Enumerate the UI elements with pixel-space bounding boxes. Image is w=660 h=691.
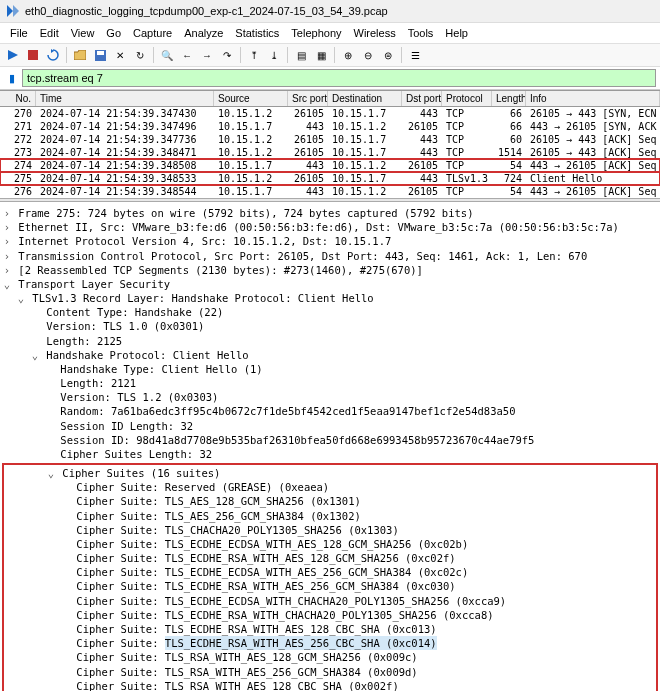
packet-row[interactable]: 2732024-07-14 21:54:39.34847110.15.1.226… — [0, 146, 660, 159]
expand-icon[interactable]: › — [2, 206, 12, 220]
find-icon[interactable]: 🔍 — [158, 46, 176, 64]
save-file-icon[interactable] — [91, 46, 109, 64]
tree-line[interactable]: › [2 Reassembled TCP Segments (2130 byte… — [2, 263, 658, 277]
menu-help[interactable]: Help — [439, 25, 474, 41]
collapse-icon[interactable]: ⌄ — [16, 291, 26, 305]
colorize-icon[interactable]: ▦ — [312, 46, 330, 64]
cipher-suite-line[interactable]: Cipher Suite: TLS_ECDHE_ECDSA_WITH_AES_2… — [4, 565, 656, 579]
packet-cell-src: 10.15.1.7 — [214, 121, 288, 132]
cipher-suite-line[interactable]: Cipher Suite: TLS_ECDHE_RSA_WITH_AES_256… — [4, 579, 656, 593]
menu-wireless[interactable]: Wireless — [348, 25, 402, 41]
cipher-suite-line[interactable]: Cipher Suite: TLS_ECDHE_RSA_WITH_AES_128… — [4, 551, 656, 565]
tree-line[interactable]: ⌄ Cipher Suites (16 suites) — [4, 466, 656, 480]
menu-telephony[interactable]: Telephony — [285, 25, 347, 41]
cipher-suite-line[interactable]: Cipher Suite: TLS_AES_128_GCM_SHA256 (0x… — [4, 494, 656, 508]
packet-cell-sport: 443 — [288, 186, 328, 197]
tree-line[interactable]: Version: TLS 1.2 (0x0303) — [2, 390, 658, 404]
menu-statistics[interactable]: Statistics — [229, 25, 285, 41]
packet-row[interactable]: 2762024-07-14 21:54:39.34854410.15.1.744… — [0, 185, 660, 198]
tree-line[interactable]: Length: 2125 — [2, 334, 658, 348]
jump-icon[interactable]: ↷ — [218, 46, 236, 64]
cipher-suite-line[interactable]: Cipher Suite: TLS_RSA_WITH_AES_128_GCM_S… — [4, 650, 656, 664]
tree-line[interactable]: Random: 7a61ba6edc3ff95c4b0672c7f1de5bf4… — [2, 404, 658, 418]
cipher-text: Cipher Suite: TLS_ECDHE_RSA_WITH_AES_128… — [70, 623, 437, 635]
tree-line[interactable]: › Ethernet II, Src: VMware_b3:fe:d6 (00:… — [2, 220, 658, 234]
zoom-reset-icon[interactable]: ⊜ — [379, 46, 397, 64]
tree-line[interactable]: Content Type: Handshake (22) — [2, 305, 658, 319]
collapse-icon[interactable]: ⌄ — [30, 348, 40, 362]
tree-line[interactable]: › Transmission Control Protocol, Src Por… — [2, 249, 658, 263]
cipher-text: Cipher Suite: TLS_ECDHE_ECDSA_WITH_AES_1… — [70, 538, 468, 550]
tree-line[interactable]: Cipher Suites Length: 32 — [2, 447, 658, 461]
col-header-length[interactable]: Length — [492, 91, 526, 106]
close-file-icon[interactable]: ✕ — [111, 46, 129, 64]
menu-view[interactable]: View — [65, 25, 101, 41]
col-header-info[interactable]: Info — [526, 91, 660, 106]
cipher-suite-line[interactable]: Cipher Suite: TLS_ECDHE_RSA_WITH_AES_256… — [4, 636, 656, 650]
tree-line[interactable]: ⌄ Transport Layer Security — [2, 277, 658, 291]
tree-line[interactable]: Session ID Length: 32 — [2, 419, 658, 433]
expand-icon[interactable]: › — [2, 220, 12, 234]
cipher-suite-line[interactable]: Cipher Suite: Reserved (GREASE) (0xeaea) — [4, 480, 656, 494]
resize-columns-icon[interactable]: ☰ — [406, 46, 424, 64]
title-bar: eth0_diagnostic_logging_tcpdump00_exp-c1… — [0, 0, 660, 23]
packet-details[interactable]: › Frame 275: 724 bytes on wire (5792 bit… — [0, 202, 660, 691]
filter-bookmark-icon[interactable]: ▮ — [4, 70, 20, 86]
cipher-suite-line[interactable]: Cipher Suite: TLS_ECDHE_ECDSA_WITH_AES_1… — [4, 537, 656, 551]
col-header-protocol[interactable]: Protocol — [442, 91, 492, 106]
tree-line[interactable]: › Frame 275: 724 bytes on wire (5792 bit… — [2, 206, 658, 220]
menu-analyze[interactable]: Analyze — [178, 25, 229, 41]
menu-capture[interactable]: Capture — [127, 25, 178, 41]
collapse-icon[interactable]: ⌄ — [46, 466, 56, 480]
cipher-suite-line[interactable]: Cipher Suite: TLS_ECDHE_RSA_WITH_CHACHA2… — [4, 608, 656, 622]
cipher-suite-line[interactable]: Cipher Suite: TLS_ECDHE_RSA_WITH_AES_128… — [4, 622, 656, 636]
menu-go[interactable]: Go — [100, 25, 127, 41]
col-header-no[interactable]: No. — [0, 91, 36, 106]
collapse-icon[interactable]: ⌄ — [2, 277, 12, 291]
open-file-icon[interactable] — [71, 46, 89, 64]
expand-icon[interactable]: › — [2, 249, 12, 263]
menu-tools[interactable]: Tools — [402, 25, 440, 41]
col-header-srcport[interactable]: Src port — [288, 91, 328, 106]
menu-edit[interactable]: Edit — [34, 25, 65, 41]
tree-line[interactable]: ⌄ Handshake Protocol: Client Hello — [2, 348, 658, 362]
expand-icon[interactable]: › — [2, 234, 12, 248]
packet-cell-info: 26105 → 443 [ACK] Seq — [526, 134, 660, 145]
tree-line[interactable]: Session ID: 98d41a8d7708e9b535baf26310bf… — [2, 433, 658, 447]
zoom-in-icon[interactable]: ⊕ — [339, 46, 357, 64]
start-capture-icon[interactable] — [4, 46, 22, 64]
col-header-dstport[interactable]: Dst port — [402, 91, 442, 106]
first-packet-icon[interactable]: ⤒ — [245, 46, 263, 64]
col-header-source[interactable]: Source — [214, 91, 288, 106]
expand-icon[interactable]: › — [2, 263, 12, 277]
cipher-suites-box: ⌄ Cipher Suites (16 suites) Cipher Suite… — [2, 463, 658, 691]
next-icon[interactable]: → — [198, 46, 216, 64]
col-header-dest[interactable]: Destination — [328, 91, 402, 106]
cipher-suite-line[interactable]: Cipher Suite: TLS_CHACHA20_POLY1305_SHA2… — [4, 523, 656, 537]
packet-row[interactable]: 2752024-07-14 21:54:39.34853310.15.1.226… — [0, 172, 660, 185]
prev-icon[interactable]: ← — [178, 46, 196, 64]
cipher-suite-line[interactable]: Cipher Suite: TLS_RSA_WITH_AES_256_GCM_S… — [4, 665, 656, 679]
tree-line[interactable]: Handshake Type: Client Hello (1) — [2, 362, 658, 376]
packet-row[interactable]: 2742024-07-14 21:54:39.34850810.15.1.744… — [0, 159, 660, 172]
col-header-time[interactable]: Time — [36, 91, 214, 106]
packet-row[interactable]: 2702024-07-14 21:54:39.34743010.15.1.226… — [0, 107, 660, 120]
tree-line[interactable]: › Internet Protocol Version 4, Src: 10.1… — [2, 234, 658, 248]
tree-line[interactable]: Length: 2121 — [2, 376, 658, 390]
packet-row[interactable]: 2712024-07-14 21:54:39.34749610.15.1.744… — [0, 120, 660, 133]
zoom-out-icon[interactable]: ⊖ — [359, 46, 377, 64]
packet-row[interactable]: 2722024-07-14 21:54:39.34773610.15.1.226… — [0, 133, 660, 146]
tree-line[interactable]: Version: TLS 1.0 (0x0301) — [2, 319, 658, 333]
cipher-suite-line[interactable]: Cipher Suite: TLS_RSA_WITH_AES_128_CBC_S… — [4, 679, 656, 691]
auto-scroll-icon[interactable]: ▤ — [292, 46, 310, 64]
reload-icon[interactable]: ↻ — [131, 46, 149, 64]
last-packet-icon[interactable]: ⤓ — [265, 46, 283, 64]
tree-line[interactable]: ⌄ TLSv1.3 Record Layer: Handshake Protoc… — [2, 291, 658, 305]
restart-capture-icon[interactable] — [44, 46, 62, 64]
cipher-suite-line[interactable]: Cipher Suite: TLS_ECDHE_ECDSA_WITH_CHACH… — [4, 594, 656, 608]
stop-capture-icon[interactable] — [24, 46, 42, 64]
display-filter-input[interactable] — [22, 69, 656, 87]
menu-file[interactable]: File — [4, 25, 34, 41]
packet-list[interactable]: 2702024-07-14 21:54:39.34743010.15.1.226… — [0, 107, 660, 198]
cipher-suite-line[interactable]: Cipher Suite: TLS_AES_256_GCM_SHA384 (0x… — [4, 509, 656, 523]
